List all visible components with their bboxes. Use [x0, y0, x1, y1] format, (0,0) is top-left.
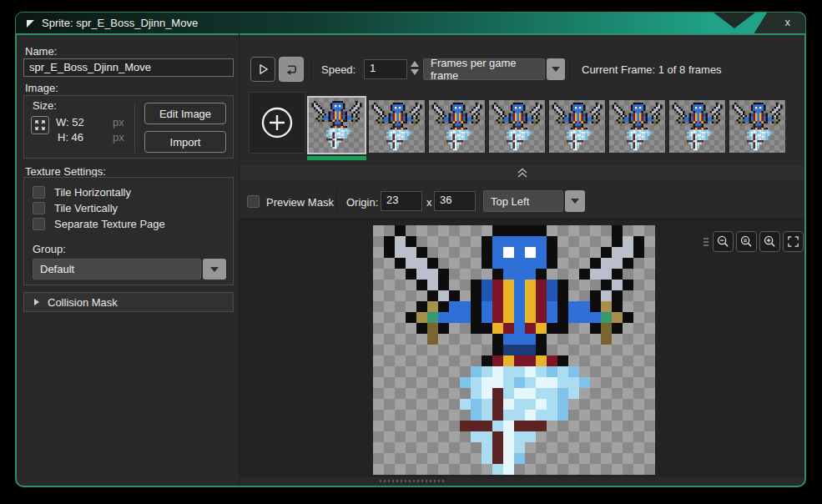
window-title: Sprite: spr_E_Boss_Djinn_Move	[42, 17, 198, 29]
sprite-image[interactable]	[373, 225, 655, 475]
zoom-reset-button[interactable]	[736, 231, 757, 252]
loop-toggle-button[interactable]	[279, 57, 304, 82]
frame-thumbnail-image[interactable]	[670, 103, 724, 151]
frame-thumbnail[interactable]	[307, 96, 366, 154]
frame-thumbnail-image[interactable]	[490, 103, 544, 151]
origin-preset-value[interactable]: Top Left	[483, 190, 563, 212]
zoom-out-button[interactable]	[713, 231, 734, 252]
stepper-up-icon[interactable]	[411, 61, 419, 67]
toolbar-separator	[310, 58, 311, 82]
group-label: Group:	[33, 243, 66, 255]
loop-icon	[284, 62, 299, 77]
tile-horizontally-checkbox[interactable]	[33, 186, 45, 199]
fit-icon	[786, 234, 800, 249]
close-icon[interactable]: x	[785, 16, 791, 28]
expander-right-icon	[34, 299, 39, 305]
name-label: Name:	[25, 45, 57, 58]
sprite-transparency-checker[interactable]	[373, 225, 655, 475]
separate-texture-page-label: Separate Texture Page	[54, 218, 165, 230]
frame-thumbnail[interactable]	[609, 100, 665, 153]
size-divider	[134, 103, 135, 153]
width-unit: px	[113, 116, 124, 129]
frame-thumbnail[interactable]	[429, 100, 485, 153]
zoom-reset-icon	[739, 234, 754, 249]
speed-mode-dropdown[interactable]: Frames per game frame	[423, 58, 565, 80]
origin-y-input[interactable]: 36	[434, 191, 476, 211]
titlebar-notch	[714, 13, 755, 28]
height-value: H: 46	[58, 131, 83, 144]
origin-separator	[336, 190, 337, 212]
sprite-editor-window: Sprite: spr_E_Boss_Djinn_Move x Name: sp…	[15, 12, 806, 487]
window-resize-handle[interactable]	[380, 480, 445, 482]
collapse-window-icon[interactable]	[27, 20, 34, 28]
chevron-down-icon	[552, 67, 560, 72]
frame-thumbnail-image[interactable]	[310, 101, 364, 149]
collision-mask-label: Collision Mask	[48, 296, 118, 309]
zoom-in-button[interactable]	[759, 231, 780, 252]
play-button[interactable]	[250, 57, 275, 82]
zoom-toolbar	[703, 231, 804, 252]
frame-thumbnail-image[interactable]	[730, 103, 784, 151]
frame-thumbnail[interactable]	[669, 100, 725, 153]
expand-arrows-icon	[34, 119, 46, 131]
group-dropdown-arrow[interactable]	[203, 259, 226, 280]
height-unit: px	[113, 131, 124, 144]
toolbar-separator-2	[570, 58, 571, 82]
image-group: Size: W: 52 px H: 46 px Edit Image Impor…	[23, 95, 234, 159]
zoom-out-icon	[716, 234, 730, 249]
title-bar[interactable]: Sprite: spr_E_Boss_Djinn_Move x	[15, 12, 806, 33]
frame-thumbnail-image[interactable]	[430, 103, 484, 151]
texture-settings-label: Texture Settings:	[25, 165, 106, 178]
zoom-in-icon	[763, 234, 777, 249]
collapse-strip[interactable]	[240, 164, 804, 182]
size-label: Size:	[33, 99, 57, 112]
resize-sprite-button[interactable]	[31, 116, 49, 134]
group-dropdown-value[interactable]: Default	[33, 259, 201, 280]
origin-preset-dropdown[interactable]: Top Left	[483, 190, 585, 212]
preview-mask-label: Preview Mask	[266, 196, 334, 209]
origin-x-input[interactable]: 23	[381, 191, 422, 211]
tile-vertically-checkbox[interactable]	[33, 202, 45, 214]
tile-vertically-label: Tile Vertically	[54, 202, 118, 214]
add-frame-button[interactable]	[249, 92, 305, 154]
width-value: W: 52	[56, 116, 84, 129]
speed-input[interactable]: 1	[364, 59, 407, 79]
origin-label: Origin:	[346, 196, 378, 209]
separate-texture-page-checkbox[interactable]	[33, 218, 45, 230]
double-chevron-up-icon	[517, 168, 528, 178]
chevron-down-icon	[210, 267, 219, 272]
frame-thumbnail[interactable]	[489, 100, 545, 153]
frame-thumbnail-image[interactable]	[370, 103, 424, 151]
frame-thumbnail[interactable]	[369, 100, 425, 153]
speed-stepper[interactable]	[411, 61, 419, 75]
plus-circle-icon	[258, 103, 296, 142]
fit-to-window-button[interactable]	[783, 231, 804, 252]
frame-thumbnail-image[interactable]	[610, 103, 664, 151]
stepper-down-icon[interactable]	[411, 69, 419, 75]
selected-frame-underline	[307, 156, 366, 160]
frames-strip	[307, 92, 791, 160]
import-button[interactable]: Import	[144, 131, 226, 153]
play-icon	[255, 62, 270, 77]
frame-thumbnail[interactable]	[729, 100, 785, 153]
image-label: Image:	[25, 82, 58, 94]
frame-thumbnail-image[interactable]	[550, 103, 604, 151]
texture-settings-group: Tile Horizontally Tile Vertically Separa…	[23, 177, 234, 285]
chevron-down-icon	[571, 199, 579, 204]
speed-mode-value[interactable]: Frames per game frame	[423, 58, 545, 80]
group-dropdown[interactable]: Default	[33, 259, 226, 280]
edit-image-button[interactable]: Edit Image	[144, 103, 226, 124]
frame-thumbnail[interactable]	[549, 100, 605, 153]
preview-mask-checkbox[interactable]	[247, 195, 260, 208]
close-tab[interactable]: x	[754, 13, 805, 34]
collision-mask-section[interactable]: Collision Mask	[23, 292, 234, 312]
current-frame-text: Current Frame: 1 of 8 frames	[582, 63, 722, 76]
origin-multiply-sign: x	[426, 196, 432, 209]
speed-mode-arrow[interactable]	[547, 58, 565, 80]
sprite-canvas-area[interactable]	[240, 219, 804, 477]
tile-horizontally-label: Tile Horizontally	[54, 186, 131, 199]
name-input[interactable]: spr_E_Boss_Djinn_Move	[23, 58, 234, 77]
toolbar-grip-icon[interactable]	[703, 238, 709, 246]
speed-label: Speed:	[321, 63, 356, 76]
origin-preset-arrow[interactable]	[565, 190, 585, 212]
